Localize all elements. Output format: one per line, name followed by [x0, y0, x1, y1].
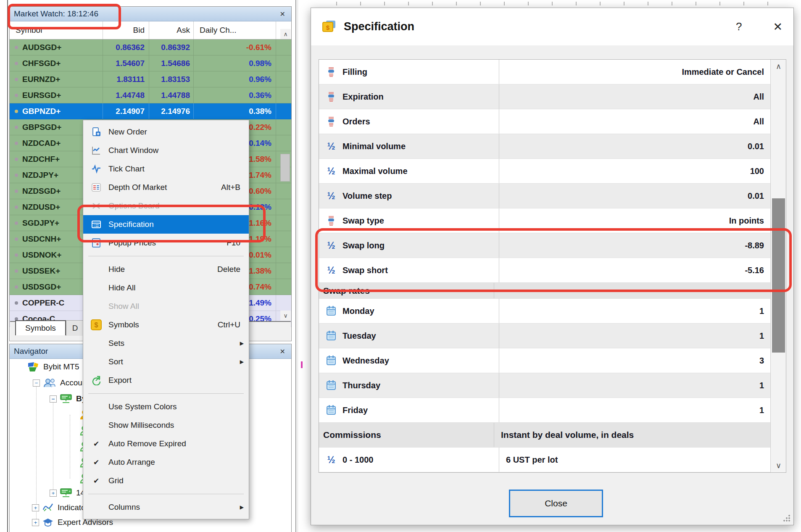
spec-row-volume-step[interactable]: ½ Volume step 0.01: [319, 184, 786, 208]
bid-cell: 1.83111: [103, 71, 149, 87]
spec-value: All: [499, 109, 786, 134]
menu-item-show-milliseconds[interactable]: Show Milliseconds: [83, 416, 249, 435]
submenu-arrow-icon: ▶: [240, 340, 244, 346]
menu-item-label: Hide All: [108, 283, 249, 292]
spec-row-orders[interactable]: Orders All: [319, 109, 786, 134]
spec-value: -8.89: [499, 233, 786, 258]
menu-item-use-system-colors[interactable]: Use System Colors: [83, 398, 249, 416]
spec-row-commission-tier[interactable]: ½ 0 - 1000 6 UST per lot: [319, 448, 786, 472]
close-icon[interactable]: ✕: [278, 348, 287, 356]
menu-item-export[interactable]: Export: [83, 371, 249, 390]
half-fraction-icon: ½: [324, 240, 338, 251]
menu-item-sort[interactable]: Sort ▶: [83, 353, 249, 371]
expand-icon[interactable]: +: [50, 490, 57, 497]
column-header-symbol[interactable]: Symbol: [10, 21, 103, 39]
symbol-cell: CHFSGD+: [22, 55, 103, 71]
close-icon[interactable]: ✕: [773, 20, 783, 34]
menu-item-hide[interactable]: Hide Delete: [83, 260, 249, 279]
spec-row-wednesday[interactable]: Wednesday 3: [319, 348, 786, 373]
column-header-daily-change[interactable]: Daily Ch...: [194, 21, 276, 39]
scroll-up-icon[interactable]: ∧: [771, 60, 786, 73]
menu-item-columns[interactable]: Columns ▶: [83, 498, 249, 516]
spec-row-monday[interactable]: Monday 1: [319, 299, 786, 324]
tab-symbols[interactable]: Symbols: [15, 320, 66, 335]
resize-grip[interactable]: [783, 515, 790, 521]
menu-item-label: Popup Prices: [108, 238, 227, 248]
menu-item-auto-arrange[interactable]: ✔ Auto Arrange: [83, 453, 249, 471]
expert-advisors-icon: [42, 518, 53, 527]
menu-item-specification[interactable]: Specification: [83, 215, 249, 234]
help-icon[interactable]: ?: [736, 20, 742, 33]
status-dot-icon: [15, 221, 18, 225]
ruler-tick: [432, 2, 433, 5]
symbol-cell: GBPNZD+: [22, 103, 103, 119]
table-row-selected[interactable]: GBPNZD+2.149072.149760.38%: [10, 103, 291, 119]
table-row[interactable]: AUDSGD+0.863620.86392-0.61%: [10, 40, 291, 55]
table-row[interactable]: EURSGD+1.447481.447880.36%: [10, 87, 291, 103]
options-board-icon: [90, 201, 103, 211]
stray-mark: [301, 361, 303, 368]
ask-cell: 1.44788: [149, 87, 194, 103]
menu-item-label: Columns: [108, 503, 249, 512]
status-dot-icon: [15, 142, 18, 145]
market-watch-titlebar[interactable]: Market Watch: 18:12:46 ✕: [10, 7, 291, 21]
menu-item-auto-remove-expired[interactable]: ✔ Auto Remove Expired: [83, 435, 249, 453]
spec-row-tuesday[interactable]: Tuesday 1: [319, 324, 786, 348]
spec-value: In points: [499, 208, 786, 233]
spec-row-swap-type[interactable]: Swap type In points: [319, 208, 786, 233]
scroll-down-icon[interactable]: ∨: [771, 459, 786, 472]
spec-row-thursday[interactable]: Thursday 1: [319, 373, 786, 398]
depth-of-market-icon: [90, 182, 103, 192]
menu-item-new-order[interactable]: New Order: [83, 123, 249, 141]
menu-item-depth-of-market[interactable]: Depth Of Market Alt+B: [83, 178, 249, 197]
menu-item-tick-chart[interactable]: Tick Chart: [83, 160, 249, 178]
spec-row-swap-short[interactable]: ½ Swap short -5.16: [319, 258, 786, 283]
bid-cell: 1.44748: [103, 87, 149, 103]
menu-item-label: Symbols: [108, 320, 218, 329]
tab-details[interactable]: D: [66, 320, 84, 336]
spec-row-maximal-volume[interactable]: ½ Maximal volume 100: [319, 159, 786, 184]
close-button[interactable]: Close: [509, 490, 603, 517]
half-fraction-icon: ½: [324, 190, 338, 202]
ruler-tick: [408, 2, 409, 5]
status-dot-icon: [15, 253, 18, 257]
spec-label: Minimal volume: [338, 142, 499, 151]
scroll-up-icon[interactable]: ∧: [280, 29, 291, 39]
collapse-icon[interactable]: −: [33, 379, 40, 387]
table-row[interactable]: EURNZD+1.831111.831530.96%: [10, 71, 291, 87]
half-fraction-icon: ½: [324, 265, 338, 276]
spec-row-swap-long[interactable]: ½ Swap long -8.89: [319, 233, 786, 258]
menu-item-sets[interactable]: Sets ▶: [83, 334, 249, 353]
menu-item-chart-window[interactable]: Chart Window: [83, 141, 249, 160]
menu-item-hide-all[interactable]: Hide All: [83, 279, 249, 297]
tree-item-label: Bybit MT5: [43, 362, 79, 371]
spec-value: 1: [499, 299, 786, 323]
spec-row-expiration[interactable]: Expiration All: [319, 84, 786, 109]
expand-icon[interactable]: +: [32, 519, 39, 526]
spec-label: Tuesday: [338, 331, 499, 341]
column-header-bid[interactable]: Bid: [103, 21, 149, 39]
menu-item-grid[interactable]: ✔ Grid: [83, 471, 249, 490]
menu-item-label: Sets: [108, 339, 249, 348]
mt5-screen: Market Watch: 18:12:46 ✕ Symbol Bid Ask …: [0, 0, 801, 532]
dialog-titlebar[interactable]: $ Specification ? ✕: [311, 8, 793, 45]
menu-item-label: Depth Of Market: [108, 183, 221, 192]
column-header-ask[interactable]: Ask: [149, 21, 194, 39]
spec-row-filling[interactable]: Filling Immediate or Cancel: [319, 60, 786, 84]
checkmark-icon: ✔: [90, 440, 103, 448]
menu-shortcut: F10: [227, 238, 249, 248]
expand-icon[interactable]: +: [32, 504, 39, 511]
ruler-tick: [600, 2, 601, 5]
collapse-icon[interactable]: −: [50, 395, 57, 403]
table-row[interactable]: CHFSGD+1.546071.546860.98%: [10, 55, 291, 71]
spec-section-label: Commissions: [319, 430, 494, 440]
scrollbar-thumb[interactable]: [280, 154, 290, 182]
menu-item-symbols[interactable]: $ Symbols Ctrl+U: [83, 316, 249, 334]
spec-row-friday[interactable]: Friday 1: [319, 398, 786, 423]
scroll-down-icon[interactable]: ∨: [280, 311, 291, 321]
scrollbar-thumb[interactable]: [772, 198, 785, 353]
spec-row-minimal-volume[interactable]: ½ Minimal volume 0.01: [319, 134, 786, 159]
ruler-tick: [719, 2, 720, 5]
close-icon[interactable]: ✕: [278, 10, 287, 18]
menu-item-popup-prices[interactable]: Popup Prices F10: [83, 234, 249, 252]
